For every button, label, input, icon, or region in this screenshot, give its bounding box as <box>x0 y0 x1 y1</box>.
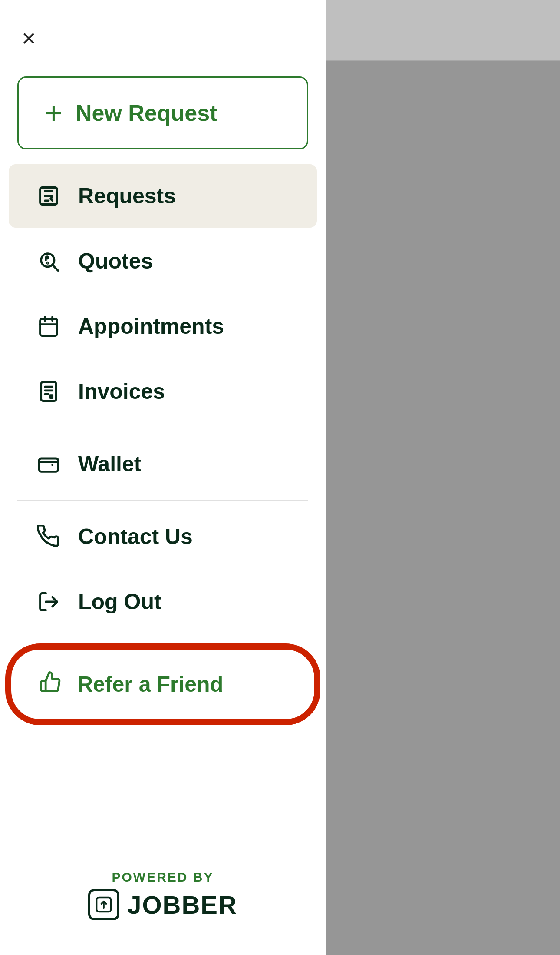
powered-by-label: POWERED BY <box>112 870 214 885</box>
log-out-icon <box>35 590 63 613</box>
jobber-logo: JOBBER <box>88 889 237 920</box>
wallet-label: Wallet <box>78 451 141 477</box>
refer-icon <box>39 670 62 698</box>
requests-icon <box>35 185 63 207</box>
invoices-label: Invoices <box>78 379 165 404</box>
divider-1 <box>17 428 308 428</box>
nav-item-invoices[interactable]: Invoices <box>9 360 317 423</box>
navigation-drawer: × + New Request Requests <box>0 0 326 955</box>
invoices-icon <box>35 380 63 403</box>
svg-line-3 <box>53 265 58 271</box>
nav-item-quotes[interactable]: Quotes <box>9 229 317 293</box>
divider-2 <box>17 500 308 501</box>
jobber-logo-text: JOBBER <box>127 890 237 919</box>
quotes-icon <box>35 250 63 272</box>
requests-label: Requests <box>78 183 176 209</box>
jobber-logo-icon <box>88 889 119 920</box>
svg-rect-13 <box>39 458 58 471</box>
new-request-plus-icon: + <box>45 98 63 128</box>
drawer-header: × <box>0 0 326 68</box>
divider-3 <box>17 638 308 638</box>
svg-rect-5 <box>40 319 57 336</box>
nav-item-contact-us[interactable]: Contact Us <box>9 505 317 568</box>
drawer-footer: POWERED BY JOBBER <box>0 848 326 955</box>
nav-item-refer-a-friend[interactable]: Refer a Friend <box>13 651 313 717</box>
wallet-icon <box>35 453 63 475</box>
quotes-label: Quotes <box>78 249 153 274</box>
nav-item-appointments[interactable]: Appointments <box>9 295 317 358</box>
log-out-label: Log Out <box>78 589 161 614</box>
close-button[interactable]: × <box>22 26 36 50</box>
nav-item-requests[interactable]: Requests <box>9 164 317 228</box>
nav-item-refer-wrapper: Refer a Friend <box>9 647 317 722</box>
contact-us-label: Contact Us <box>78 524 193 549</box>
appointments-icon <box>35 315 63 338</box>
appointments-label: Appointments <box>78 314 224 339</box>
nav-item-log-out[interactable]: Log Out <box>9 570 317 633</box>
nav-list: Requests Quotes <box>0 162 326 848</box>
new-request-button[interactable]: + New Request <box>17 76 308 149</box>
contact-us-icon <box>35 525 63 548</box>
svg-point-4 <box>47 262 48 263</box>
refer-label: Refer a Friend <box>77 672 223 697</box>
new-request-label: New Request <box>76 100 217 126</box>
nav-item-wallet[interactable]: Wallet <box>9 432 317 496</box>
